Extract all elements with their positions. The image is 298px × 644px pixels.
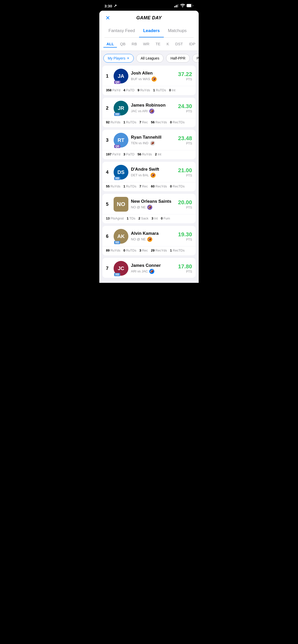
avatar-2: JR RB bbox=[114, 101, 128, 115]
filter-row: My Players ✕ All Leagues Half-PPR Points bbox=[99, 51, 199, 66]
stat-item: 3PaTD bbox=[124, 152, 134, 156]
player-score-1: 37.22 PTS bbox=[178, 71, 192, 81]
stat-item: 9RuYds bbox=[138, 88, 150, 92]
helmet-icon-6: 🏈 bbox=[147, 237, 152, 242]
tab-scores[interactable]: Scores bbox=[191, 25, 194, 38]
stat-item: 2Int bbox=[155, 152, 161, 156]
player-stats-2: 92RuYds 1RuTDs 7Rec 56RecYds 0RecTDs bbox=[102, 118, 196, 127]
team-matchup-7: ARI vs JAC bbox=[131, 269, 148, 273]
player-stats-5: 13PtsAgnst 1TDs 2Sack 3Int 0Fum bbox=[102, 214, 196, 223]
stat-item: 1RuTDs bbox=[124, 120, 137, 124]
my-players-label: My Players bbox=[108, 56, 125, 60]
pos-tab-qb[interactable]: QB bbox=[117, 41, 129, 48]
stat-item: 89RuYds bbox=[106, 248, 120, 252]
player-card-1[interactable]: 1 JA QB Josh Allen BUF vs WAS 🏈 37.22 bbox=[102, 66, 196, 95]
player-card-2[interactable]: 2 JR RB James Robinson JAC vs ARI 🏈 24.3… bbox=[102, 98, 196, 127]
avatar-4: DS RB bbox=[114, 165, 128, 180]
player-card-4[interactable]: 4 DS RB D'Andre Swift DET vs BAL 🏈 21.00 bbox=[102, 162, 196, 191]
helmet-icon-1: 🏈 bbox=[152, 77, 157, 82]
pos-tab-all[interactable]: ALL bbox=[103, 41, 117, 48]
tab-leaders[interactable]: Leaders bbox=[139, 25, 164, 38]
location-icon: ↗ bbox=[114, 4, 117, 8]
half-ppr-label: Half-PPR bbox=[170, 56, 185, 60]
close-button[interactable]: ✕ bbox=[104, 14, 111, 22]
score-value-6: 19.30 bbox=[178, 231, 192, 238]
avatar-1: JA QB bbox=[114, 69, 128, 83]
points-label: Points bbox=[197, 56, 199, 60]
position-badge-4: RB bbox=[114, 177, 120, 180]
tab-matchups[interactable]: Matchups bbox=[164, 25, 191, 38]
filter-all-leagues[interactable]: All Leagues bbox=[136, 54, 164, 63]
stat-item: 0Fum bbox=[161, 216, 170, 220]
helmet-icon-5: 🏈 bbox=[147, 205, 152, 210]
score-value-1: 37.22 bbox=[178, 71, 192, 78]
team-matchup-5: NO @ NE bbox=[131, 205, 146, 209]
stat-item: 0RecTDs bbox=[170, 184, 185, 188]
position-badge-7: RB bbox=[114, 273, 120, 276]
svg-rect-3 bbox=[178, 4, 179, 7]
stat-item: 56RecYds bbox=[151, 120, 167, 124]
player-stats-3: 197PaYd 3PaTD 56RuYds 2Int bbox=[102, 150, 196, 159]
tab-fantasy-feed[interactable]: Fantasy Feed bbox=[104, 25, 139, 38]
player-score-2: 24.30 PTS bbox=[178, 103, 192, 113]
pos-tab-dst[interactable]: DST bbox=[172, 41, 186, 48]
position-tabs: ALL QB RB WR TE K DST IDP DL bbox=[99, 38, 199, 51]
time-display: 3:30 bbox=[104, 4, 112, 8]
player-score-6: 19.30 PTS bbox=[178, 231, 192, 241]
rank-7: 7 bbox=[106, 266, 111, 271]
stat-item: 3Rec bbox=[139, 248, 148, 252]
score-value-3: 23.48 bbox=[178, 135, 192, 142]
player-name-6: Alvin Kamara bbox=[131, 231, 175, 236]
player-name-1: Josh Allen bbox=[131, 71, 175, 76]
rank-5: 5 bbox=[106, 202, 111, 207]
stat-item: 3Int bbox=[152, 216, 158, 220]
stat-item: 92RuYds bbox=[106, 120, 120, 124]
svg-rect-0 bbox=[174, 6, 175, 7]
player-card-7[interactable]: 7 JC RB James Conner ARI vs JAC 🏈 17.80 bbox=[102, 258, 196, 278]
status-right bbox=[174, 4, 194, 8]
nav-tabs: Fantasy Feed Leaders Matchups Scores bbox=[104, 25, 194, 38]
pos-tab-k[interactable]: K bbox=[164, 41, 172, 48]
pos-tab-wr[interactable]: WR bbox=[140, 41, 153, 48]
pos-tab-dl[interactable]: DL bbox=[198, 41, 199, 48]
page-title: GAME DAY bbox=[136, 15, 162, 21]
stat-item: 358PaYd bbox=[106, 88, 120, 92]
avatar-3: RT QB bbox=[114, 133, 128, 148]
svg-rect-1 bbox=[175, 5, 176, 7]
player-card-3[interactable]: 3 RT QB Ryan Tannehill TEN vs IND 🏈 23.4… bbox=[102, 130, 196, 159]
pos-tab-te[interactable]: TE bbox=[153, 41, 164, 48]
filter-points[interactable]: Points bbox=[192, 54, 199, 63]
player-team-4: DET vs BAL 🏈 bbox=[131, 173, 175, 178]
player-card-6[interactable]: 6 AK RB Alvin Kamara NO @ NE 🏈 19.30 bbox=[102, 226, 196, 255]
stat-item: 0RuTDs bbox=[124, 248, 137, 252]
score-value-7: 17.80 bbox=[178, 263, 192, 270]
filter-half-ppr[interactable]: Half-PPR bbox=[166, 54, 189, 63]
player-info-4: D'Andre Swift DET vs BAL 🏈 bbox=[131, 167, 175, 178]
player-card-5[interactable]: 5 NO New Orleans Saints NO @ NE 🏈 20.00 … bbox=[102, 194, 196, 223]
rank-2: 2 bbox=[106, 106, 111, 111]
pos-tab-rb[interactable]: RB bbox=[129, 41, 140, 48]
rank-1: 1 bbox=[106, 74, 111, 79]
helmet-icon-4: 🏈 bbox=[151, 173, 156, 178]
stat-item: 13PtsAgnst bbox=[106, 216, 124, 220]
pos-tab-idp[interactable]: IDP bbox=[186, 41, 198, 48]
player-info-5: New Orleans Saints NO @ NE 🏈 bbox=[131, 199, 175, 210]
stat-item: 1RuTDs bbox=[153, 88, 166, 92]
filter-my-players[interactable]: My Players ✕ bbox=[103, 54, 134, 63]
player-team-1: BUF vs WAS 🏈 bbox=[131, 77, 175, 82]
stat-item: 60RecYds bbox=[151, 184, 167, 188]
player-score-3: 23.48 PTS bbox=[178, 135, 192, 145]
player-score-7: 17.80 PTS bbox=[178, 263, 192, 273]
avatar-7: JC RB bbox=[114, 261, 128, 276]
signal-icon bbox=[174, 4, 179, 8]
stat-item: 197PaYd bbox=[106, 152, 120, 156]
stat-item: 4PaTD bbox=[124, 88, 134, 92]
stat-item: 55RuYds bbox=[106, 184, 120, 188]
player-team-7: ARI vs JAC 🏈 bbox=[131, 269, 175, 274]
remove-my-players-icon[interactable]: ✕ bbox=[127, 56, 129, 60]
team-matchup-3: TEN vs IND bbox=[131, 141, 148, 145]
header: ✕ GAME DAY Fantasy Feed Leaders Matchups… bbox=[99, 11, 199, 38]
player-name-5: New Orleans Saints bbox=[131, 199, 175, 204]
score-value-4: 21.00 bbox=[178, 167, 192, 174]
helmet-icon-2: 🏈 bbox=[149, 109, 154, 114]
